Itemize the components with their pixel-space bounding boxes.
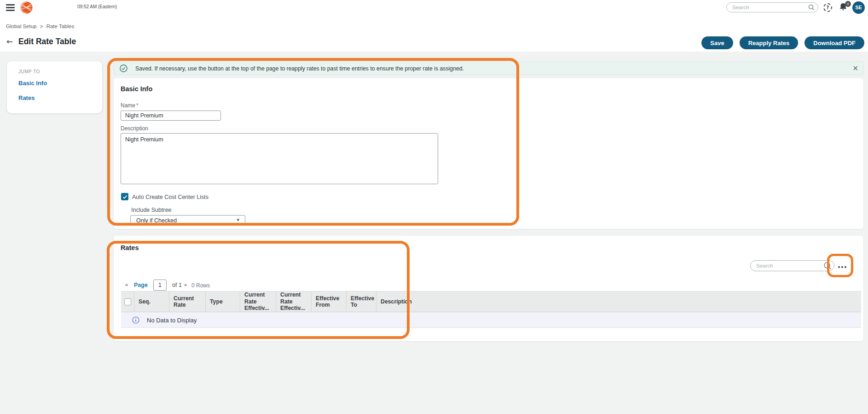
rates-heading: Rates [121, 244, 139, 251]
rates-pagination: ◂ Page of 1 ▸ 0 Rows [114, 280, 863, 292]
breadcrumb: Global Setup > Rate Tables [6, 23, 76, 29]
include-subtree-label: Include Subtree [131, 207, 172, 213]
rates-section: Rates ◂ Page of 1 ▸ 0 Rows Seq. Current … [114, 236, 863, 341]
breadcrumb-rate-tables: Rate Tables [46, 23, 75, 29]
breadcrumb-separator: > [40, 23, 43, 29]
global-search [726, 2, 818, 12]
page-title: Edit Rate Table [18, 37, 76, 47]
include-subtree-value: Only if Checked [136, 217, 177, 224]
required-marker: * [136, 102, 139, 109]
jump-to-label: JUMP TO [18, 69, 40, 74]
description-field[interactable]: Night Premium [121, 133, 438, 184]
success-alert: Saved. If necessary, use the button at t… [114, 61, 863, 75]
basic-info-heading: Basic Info [121, 85, 152, 93]
save-button[interactable]: Save [701, 36, 733, 49]
column-header-current-rate-effective-2[interactable]: Current Rate Effectiv... [276, 292, 312, 312]
auto-create-checkbox[interactable] [121, 193, 128, 200]
info-icon [132, 316, 139, 326]
jump-to-panel: JUMP TO Basic Info Rates [7, 61, 102, 113]
page-next-icon[interactable]: ▸ [185, 281, 187, 288]
name-field[interactable] [121, 111, 221, 121]
column-header-seq[interactable]: Seq. [134, 292, 169, 312]
select-all-checkbox[interactable] [124, 298, 131, 305]
chevron-down-icon: ▾ [237, 217, 239, 223]
name-label: Name* [121, 102, 139, 109]
back-arrow-icon[interactable]: ← [6, 37, 13, 46]
column-header-description[interactable]: Description [376, 292, 409, 312]
close-icon[interactable]: × [852, 64, 858, 72]
column-header-spacer [409, 292, 861, 312]
clock-time: 09:52 AM (Eastern) [77, 4, 117, 9]
column-header-effective-from[interactable]: Effective From [312, 292, 347, 312]
user-avatar[interactable]: SE [852, 1, 865, 14]
column-header-current-rate-effective-1[interactable]: Current Rate Effectiv... [240, 292, 276, 312]
column-header-type[interactable]: Type [206, 292, 240, 312]
alert-message: Saved. If necessary, use the button at t… [135, 65, 464, 72]
description-label: Description [121, 125, 148, 132]
download-pdf-button[interactable]: Download PDF [804, 36, 864, 49]
top-bar: 09:52 AM (Eastern) ? 0 SE [0, 0, 868, 15]
rates-search-input[interactable] [756, 262, 821, 270]
app-logo-icon[interactable] [20, 1, 33, 14]
check-circle-icon [120, 64, 127, 74]
hamburger-menu-icon[interactable] [6, 4, 15, 11]
select-all-cell [121, 292, 134, 312]
rates-table-header: Seq. Current Rate Type Current Rate Effe… [121, 291, 861, 312]
notification-count-badge: 0 [845, 1, 851, 7]
rates-search [750, 260, 834, 271]
basic-info-section: Basic Info Name* Description Night Premi… [114, 78, 863, 229]
page-prev-icon[interactable]: ◂ [125, 281, 127, 288]
notifications-bell-icon[interactable]: 0 [839, 2, 850, 13]
page-actions: Save Reapply Rates Download PDF [701, 36, 864, 49]
more-options-icon[interactable] [837, 264, 847, 270]
no-data-message: No Data to Display [147, 317, 197, 324]
row-count-label: 0 Rows [191, 282, 210, 289]
help-icon[interactable]: ? [823, 3, 832, 12]
include-subtree-dropdown[interactable]: Only if Checked ▾ [130, 215, 245, 226]
auto-create-label: Auto Create Cost Center Lists [132, 194, 208, 200]
breadcrumb-global-setup[interactable]: Global Setup [6, 23, 37, 29]
page-label[interactable]: Page [134, 282, 148, 288]
edit-rate-table-page: 09:52 AM (Eastern) ? 0 SE Global Setup >… [0, 0, 868, 414]
rates-search-icon[interactable] [823, 262, 832, 272]
page-number-input[interactable] [153, 280, 167, 291]
global-search-input[interactable] [732, 3, 806, 12]
search-icon[interactable] [808, 4, 815, 12]
sidebar-item-rates[interactable]: Rates [18, 94, 35, 101]
sidebar-item-basic-info[interactable]: Basic Info [18, 80, 47, 87]
column-header-effective-to[interactable]: Effective To [347, 292, 376, 312]
empty-table-row: No Data to Display [121, 312, 861, 328]
column-header-current-rate[interactable]: Current Rate [169, 292, 206, 312]
page-of-label: of 1 [172, 282, 182, 288]
reapply-rates-button[interactable]: Reapply Rates [740, 36, 799, 49]
